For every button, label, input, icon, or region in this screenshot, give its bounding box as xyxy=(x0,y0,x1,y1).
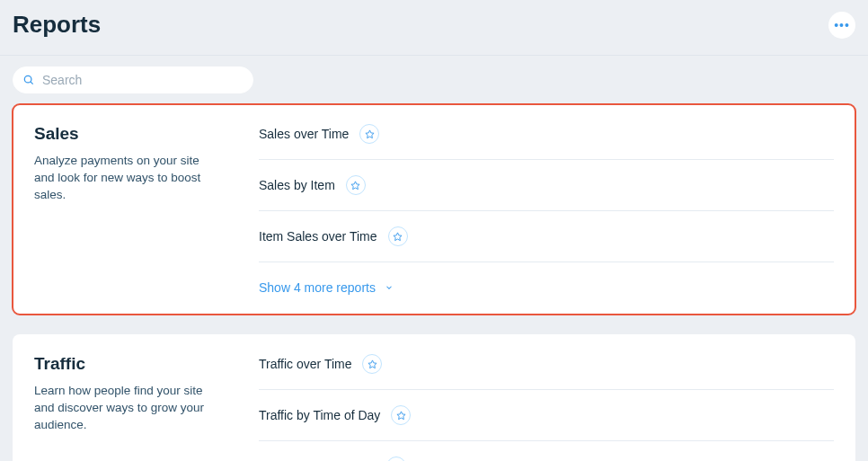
favorite-button[interactable] xyxy=(388,226,408,246)
favorite-button[interactable] xyxy=(346,175,366,195)
favorite-button[interactable] xyxy=(386,457,406,461)
show-more-label: Show 4 more reports xyxy=(259,280,376,295)
svg-point-0 xyxy=(24,75,31,83)
report-row[interactable]: Sales by Item xyxy=(259,160,834,211)
search-field[interactable] xyxy=(13,66,253,93)
favorite-button[interactable] xyxy=(359,124,379,144)
star-icon xyxy=(396,411,406,421)
page-title: Reports xyxy=(13,11,101,39)
report-row[interactable]: Traffic by Entry Page xyxy=(259,441,834,461)
report-label[interactable]: Sales by Item xyxy=(259,178,335,192)
search-icon xyxy=(22,74,35,86)
section-card-traffic: Traffic Learn how people find your site … xyxy=(13,334,855,461)
svg-marker-6 xyxy=(397,411,405,419)
section-description: Learn how people find your site and disc… xyxy=(34,383,216,434)
report-label[interactable]: Sales over Time xyxy=(259,127,349,141)
section-card-sales: Sales Analyze payments on your site and … xyxy=(13,104,855,315)
page-header: Reports ••• xyxy=(0,0,868,56)
chevron-down-icon xyxy=(385,283,394,292)
favorite-button[interactable] xyxy=(391,405,411,425)
section-title: Traffic xyxy=(34,354,216,374)
report-row[interactable]: Traffic by Time of Day xyxy=(259,390,834,441)
show-more-button[interactable]: Show 4 more reports xyxy=(259,262,834,315)
star-icon xyxy=(365,129,375,139)
section-description: Analyze payments on your site and look f… xyxy=(34,153,216,204)
search-input[interactable] xyxy=(42,73,244,87)
svg-marker-4 xyxy=(394,232,402,240)
favorite-button[interactable] xyxy=(362,354,382,374)
ellipsis-icon: ••• xyxy=(834,19,850,31)
report-row[interactable]: Sales over Time xyxy=(259,124,834,160)
star-icon xyxy=(368,359,377,369)
section-title: Sales xyxy=(34,124,216,144)
more-actions-button[interactable]: ••• xyxy=(828,12,855,39)
star-icon xyxy=(350,181,360,191)
star-icon xyxy=(393,232,403,242)
svg-line-1 xyxy=(31,82,33,84)
report-label[interactable]: Item Sales over Time xyxy=(259,229,377,244)
report-label[interactable]: Traffic by Time of Day xyxy=(259,408,380,422)
search-bar xyxy=(0,56,868,104)
report-row[interactable]: Item Sales over Time xyxy=(259,211,834,262)
reports-list: Sales Analyze payments on your site and … xyxy=(0,104,868,461)
report-label[interactable]: Traffic over Time xyxy=(259,357,351,371)
svg-marker-5 xyxy=(368,359,376,368)
report-row[interactable]: Traffic over Time xyxy=(259,354,834,390)
svg-marker-3 xyxy=(351,181,359,189)
svg-marker-2 xyxy=(366,129,374,137)
